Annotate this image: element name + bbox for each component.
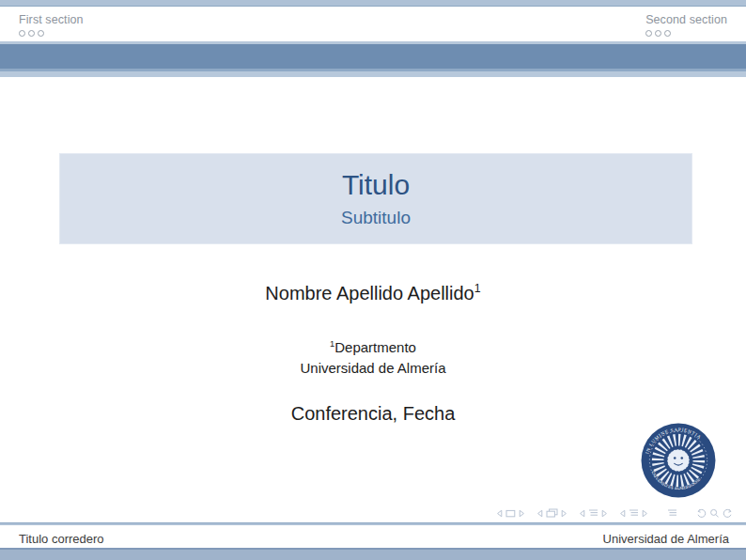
next-section-icon[interactable] (642, 509, 648, 518)
section-first-dots (19, 30, 84, 37)
frame-dot[interactable] (38, 30, 44, 37)
search-icon[interactable] (709, 508, 720, 519)
overlay-nav-group (536, 508, 567, 518)
institute-department-line: 1Departmento (0, 337, 746, 358)
frame-icon[interactable] (505, 509, 516, 518)
next-overlay-icon[interactable] (561, 509, 567, 518)
frame-dot[interactable] (645, 30, 652, 37)
frame-nav-group (496, 509, 525, 518)
footer-bar: Titulo corredero Universidad de Almería (0, 525, 746, 548)
institute-university: Universidad de Almería (0, 358, 746, 379)
bottom-strip (0, 548, 746, 560)
next-subsection-icon[interactable] (601, 509, 608, 518)
section-first-label[interactable]: First section (19, 13, 84, 26)
undo-icon[interactable] (696, 508, 707, 519)
band-main (0, 44, 746, 69)
frame-dot[interactable] (664, 30, 671, 37)
top-strip (0, 0, 746, 7)
frame-dot[interactable] (19, 30, 25, 37)
document-lines-icon[interactable] (667, 508, 677, 518)
section-nav-group (619, 508, 648, 518)
section-second-dots (645, 30, 727, 37)
title-box: Titulo Subtitulo (59, 153, 692, 244)
history-nav-group (696, 508, 733, 519)
slide-subtitle: Subtitulo (341, 207, 411, 228)
section-first[interactable]: First section (19, 13, 84, 37)
overlay-frames-icon[interactable] (546, 508, 558, 518)
section-second[interactable]: Second section (645, 13, 727, 37)
author-name: Nombre Apellido Apellido (265, 283, 474, 303)
redo-icon[interactable] (723, 508, 733, 519)
university-seal-logo: IN LUMINE SAPIENTIA VNIVERSITAS ALMERIEN… (639, 421, 718, 500)
subsection-lines-icon[interactable] (588, 508, 598, 518)
author-line: Nombre Apellido Apellido1 (0, 283, 746, 304)
conference-date: Conferencia, Fecha (0, 403, 746, 425)
section-second-label[interactable]: Second section (645, 13, 727, 26)
next-frame-icon[interactable] (519, 509, 525, 518)
band-line-bottom (0, 71, 746, 77)
institute-department: Departmento (334, 339, 416, 355)
section-lines-icon[interactable] (629, 508, 639, 518)
prev-section-icon[interactable] (619, 509, 626, 518)
institute-block: 1Departmento Universidad de Almería (0, 337, 746, 379)
prev-frame-icon[interactable] (496, 509, 503, 518)
author-footnote-mark: 1 (474, 282, 481, 295)
section-header: First section Second section (0, 8, 746, 41)
beamer-title-slide: First section Second section Titulo Subt… (0, 0, 746, 560)
slide-title: Titulo (342, 169, 410, 201)
subsection-nav-group (579, 508, 608, 518)
beamer-navigation-bar (496, 507, 733, 519)
frame-dot[interactable] (28, 30, 35, 37)
prev-overlay-icon[interactable] (536, 509, 543, 518)
frame-dot[interactable] (655, 30, 661, 37)
prev-subsection-icon[interactable] (579, 509, 585, 518)
footer-short-title: Titulo corredero (19, 532, 104, 546)
footer-institution: Universidad de Almería (603, 532, 729, 546)
